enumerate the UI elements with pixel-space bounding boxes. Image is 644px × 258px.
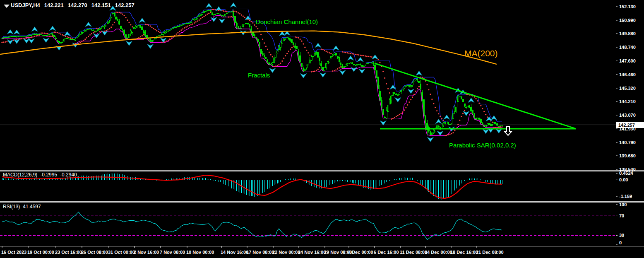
svg-text:22 Nov 00:00: 22 Nov 00:00 [272, 250, 300, 255]
ohlc-low: 142.151 [91, 2, 111, 8]
rsi-pane-canvas[interactable] [0, 203, 616, 246]
macd-name: MACD(12,26,9) [3, 172, 37, 178]
main-chart-canvas[interactable] [0, 1, 616, 170]
svg-text:152.130: 152.130 [619, 4, 636, 9]
donchian-channel-label[interactable]: Donchian Channel(10) [256, 18, 318, 25]
svg-text:30: 30 [619, 233, 624, 238]
chart-svg: 152.130150.990149.880148.740147.600146.4… [0, 0, 644, 258]
parabolic-sar-label[interactable]: Parabolic SAR(0.02,0.2) [449, 142, 516, 149]
svg-text:19 Oct 00:00: 19 Oct 00:00 [27, 250, 54, 255]
svg-text:139.680: 139.680 [619, 153, 636, 158]
chart-title-bar: USDJPY,H4 142.221 142.270 142.151 142.25… [11, 2, 135, 8]
symbol-dropdown-icon[interactable] [3, 4, 10, 9]
svg-text:14 Dec 00:00: 14 Dec 00:00 [425, 250, 452, 255]
svg-text:144.210: 144.210 [619, 99, 636, 104]
macd-value-main: -0.2995 [40, 172, 57, 178]
svg-text:147.600: 147.600 [619, 58, 636, 63]
svg-text:0: 0 [619, 240, 622, 245]
svg-text:23 Oct 16:00: 23 Oct 16:00 [55, 250, 82, 255]
svg-text:-1.159: -1.159 [619, 194, 632, 199]
svg-text:149.880: 149.880 [619, 31, 636, 36]
svg-text:24 Nov 16:00: 24 Nov 16:00 [298, 250, 326, 255]
svg-text:2 Nov 16:00: 2 Nov 16:00 [134, 250, 159, 255]
svg-text:21 Dec 08:00: 21 Dec 08:00 [476, 250, 504, 255]
svg-text:14 Nov 16:00: 14 Nov 16:00 [221, 250, 248, 255]
svg-text:4 Dec 00:00: 4 Dec 00:00 [348, 250, 373, 255]
svg-text:100: 100 [619, 202, 627, 207]
svg-text:0.00: 0.00 [619, 177, 628, 182]
ohlc-close: 142.257 [115, 2, 135, 8]
macd-pane-canvas[interactable] [0, 171, 616, 201]
ma200-label[interactable]: MA(200) [464, 48, 498, 58]
rsi-name: RSI(13) [3, 204, 20, 210]
svg-text:16 Oct 2023: 16 Oct 2023 [1, 250, 26, 255]
macd-indicator-label: MACD(12,26,9) -0.2995 -0.2940 [3, 172, 77, 178]
fractals-label[interactable]: Fractals [248, 72, 270, 79]
svg-text:148.740: 148.740 [619, 45, 636, 50]
svg-text:7 Nov 08:00: 7 Nov 08:00 [160, 250, 185, 255]
svg-text:70: 70 [619, 213, 624, 218]
svg-text:17 Nov 08:00: 17 Nov 08:00 [246, 250, 274, 255]
svg-text:0.4524: 0.4524 [619, 171, 634, 176]
mt4-chart-window: 152.130150.990149.880148.740147.600146.4… [0, 0, 644, 258]
svg-text:150.990: 150.990 [619, 18, 636, 23]
ohlc-open: 142.221 [44, 2, 64, 8]
symbol-title: USDJPY,H4 [11, 2, 40, 8]
svg-text:140.790: 140.790 [619, 140, 636, 145]
svg-text:146.460: 146.460 [619, 72, 636, 77]
svg-text:26 Oct 08:00: 26 Oct 08:00 [81, 250, 108, 255]
rsi-value: 41.4597 [23, 204, 41, 210]
svg-text:18 Dec 16:00: 18 Dec 16:00 [450, 250, 478, 255]
rsi-indicator-label: RSI(13) 41.4597 [3, 204, 41, 210]
macd-value-signal: -0.2940 [60, 172, 77, 178]
svg-text:143.070: 143.070 [619, 113, 636, 118]
svg-text:11 Dec 08:00: 11 Dec 08:00 [400, 250, 427, 255]
svg-text:31 Oct 00:00: 31 Oct 00:00 [108, 250, 135, 255]
current-price-tag: 142.257 [616, 122, 644, 128]
svg-text:6 Dec 16:00: 6 Dec 16:00 [374, 250, 399, 255]
svg-text:10 Nov 00:00: 10 Nov 00:00 [186, 250, 214, 255]
svg-text:145.320: 145.320 [619, 86, 636, 91]
ohlc-high: 142.270 [68, 2, 87, 8]
